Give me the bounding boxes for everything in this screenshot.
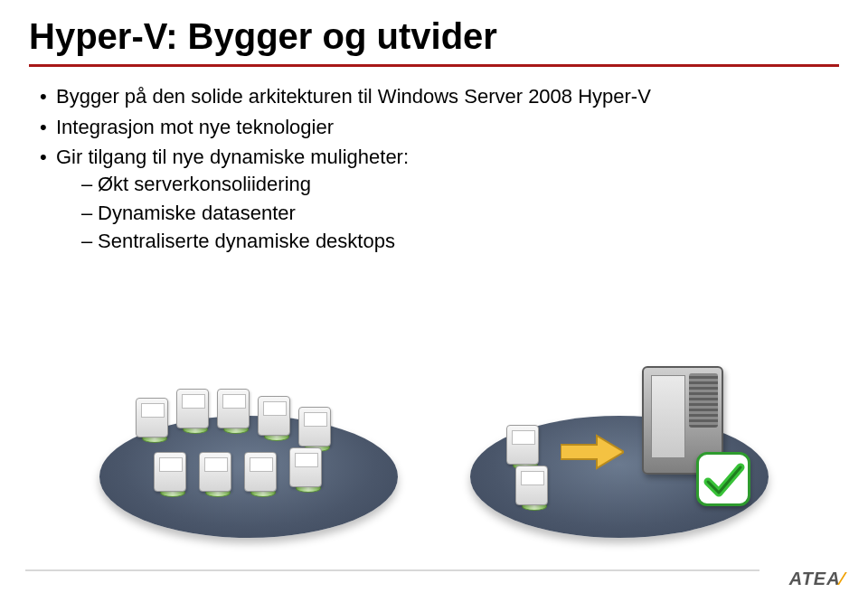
bullet-text: Gir tilgang til nye dynamiske muligheter… [56,146,409,168]
atea-logo: ATEA⁄ [789,569,844,589]
slide-title: Hyper-V: Bygger og utvider [0,0,868,64]
small-server-icon [298,407,336,452]
logo-text: ATEA [789,569,841,588]
diagram-area [0,316,868,569]
sub-bullet-item: Økt serverkonsoliidering [81,171,868,198]
small-server-icon [506,425,544,470]
title-underline [29,64,839,67]
bullet-list: Bygger på den solide arkitekturen til Wi… [0,83,868,255]
checkmark-badge-icon [696,452,750,506]
small-server-icon [244,452,282,497]
bullet-item: Gir tilgang til nye dynamiske muligheter… [40,144,868,255]
sub-bullet-item: Sentraliserte dynamiske desktops [81,228,868,255]
arrow-icon [561,434,624,470]
footer-divider [25,569,760,571]
logo-accent-icon: ⁄ [841,569,844,588]
small-server-icon [515,466,553,511]
svg-marker-0 [561,436,624,468]
small-server-icon [289,447,327,493]
small-server-icon [199,452,237,497]
bullet-item: Bygger på den solide arkitekturen til Wi… [40,83,868,110]
sub-bullet-item: Dynamiske datasenter [81,200,868,227]
small-server-icon [176,389,214,434]
small-server-icon [258,396,296,441]
small-server-icon [154,452,192,497]
small-server-icon [217,389,255,434]
small-server-icon [136,398,174,443]
bullet-item: Integrasjon mot nye teknologier [40,114,868,141]
